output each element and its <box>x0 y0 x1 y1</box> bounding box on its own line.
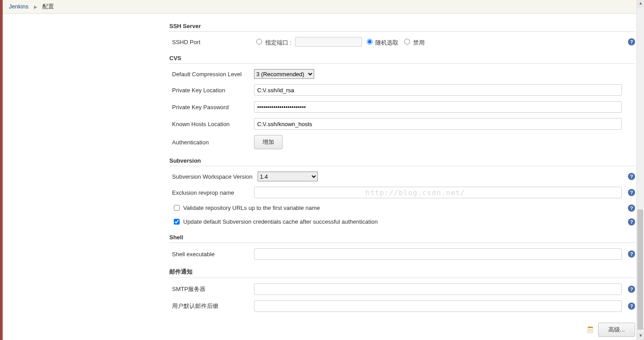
cvs-compression-label: Default Compression Level <box>169 71 254 78</box>
help-icon[interactable]: ? <box>628 38 635 45</box>
svn-ws-select[interactable]: 1.4 <box>258 172 318 181</box>
cvs-pkpass-label: Private Key Password <box>169 104 254 111</box>
help-icon[interactable]: ? <box>628 303 635 310</box>
scroll-thumb[interactable] <box>637 209 643 330</box>
svg-rect-1 <box>588 327 593 328</box>
cvs-pkpass-input[interactable] <box>254 101 622 113</box>
sshd-random-text: 随机选取 <box>375 39 398 46</box>
help-icon[interactable]: ? <box>628 218 635 225</box>
help-icon[interactable]: ? <box>628 286 635 293</box>
notepad-icon <box>587 326 595 334</box>
cvs-pkloc-input[interactable] <box>254 84 622 96</box>
sshd-random-radio[interactable] <box>367 39 373 45</box>
breadcrumb: Jenkins ▶ 配置 <box>0 0 644 14</box>
cvs-auth-label: Authentication <box>169 139 254 146</box>
help-icon[interactable]: ? <box>628 250 635 258</box>
sshd-specify-radio[interactable] <box>256 39 262 45</box>
left-accent-strip <box>0 0 3 340</box>
cvs-compression-select[interactable]: 3 (Recommended) <box>254 69 314 79</box>
svn-validate-checkbox[interactable] <box>174 205 180 211</box>
help-icon[interactable]: ? <box>628 173 635 180</box>
advanced-button[interactable]: 高级... <box>598 323 635 337</box>
sshd-disable-radio-label[interactable]: 禁用 <box>402 37 425 47</box>
section-mail: 邮件通知 <box>169 268 635 278</box>
help-icon[interactable]: ? <box>628 189 635 196</box>
mail-smtp-input[interactable] <box>254 283 622 295</box>
svn-ws-label: Subversion Workspace Version <box>169 173 258 180</box>
sshd-random-radio-label[interactable]: 随机选取 <box>365 37 399 47</box>
mail-suffix-input[interactable] <box>254 300 622 312</box>
shell-exec-label: Shell executable <box>169 251 254 258</box>
config-form: SSH Server SSHD Port 指定端口 : 随机选取 禁用 ? CV… <box>169 14 635 340</box>
vertical-scrollbar[interactable]: ▲ ▼ <box>636 0 644 340</box>
svn-update-label: Update default Subversion credentials ca… <box>183 218 377 225</box>
cvs-khosts-label: Known Hosts Location <box>169 121 254 127</box>
scroll-down-icon[interactable]: ▼ <box>637 332 644 340</box>
cvs-add-button[interactable]: 增加 <box>254 135 283 149</box>
sshd-disable-text: 禁用 <box>413 39 425 46</box>
sshd-disable-radio[interactable] <box>404 39 410 45</box>
sshd-port-input[interactable] <box>295 37 362 47</box>
section-ssh: SSH Server <box>169 23 635 32</box>
help-icon[interactable]: ? <box>628 205 635 212</box>
svn-validate-label: Validate repository URLs up to the first… <box>183 205 320 211</box>
mail-suffix-label: 用户默认邮件后缀 <box>169 302 254 310</box>
section-shell: Shell <box>169 234 635 243</box>
breadcrumb-root[interactable]: Jenkins <box>9 3 29 10</box>
svn-excl-input[interactable] <box>254 187 622 198</box>
mail-smtp-label: SMTP服务器 <box>169 285 254 293</box>
breadcrumb-sep: ▶ <box>34 4 37 9</box>
sshd-specify-text: 指定端口 : <box>265 39 291 46</box>
sshd-specify-radio-label[interactable]: 指定端口 : <box>254 37 291 47</box>
section-cvs: CVS <box>169 55 635 64</box>
section-svn: Subversion <box>169 157 635 166</box>
breadcrumb-current: 配置 <box>42 3 54 10</box>
cvs-khosts-input[interactable] <box>254 118 622 130</box>
shell-exec-input[interactable] <box>254 248 622 260</box>
svn-update-checkbox[interactable] <box>174 219 180 225</box>
cvs-pkloc-label: Private Key Location <box>169 87 254 94</box>
svn-excl-label: Exclusion revprop name <box>169 189 254 196</box>
scroll-up-icon[interactable]: ▲ <box>637 0 644 8</box>
sshd-port-label: SSHD Port <box>169 39 254 45</box>
